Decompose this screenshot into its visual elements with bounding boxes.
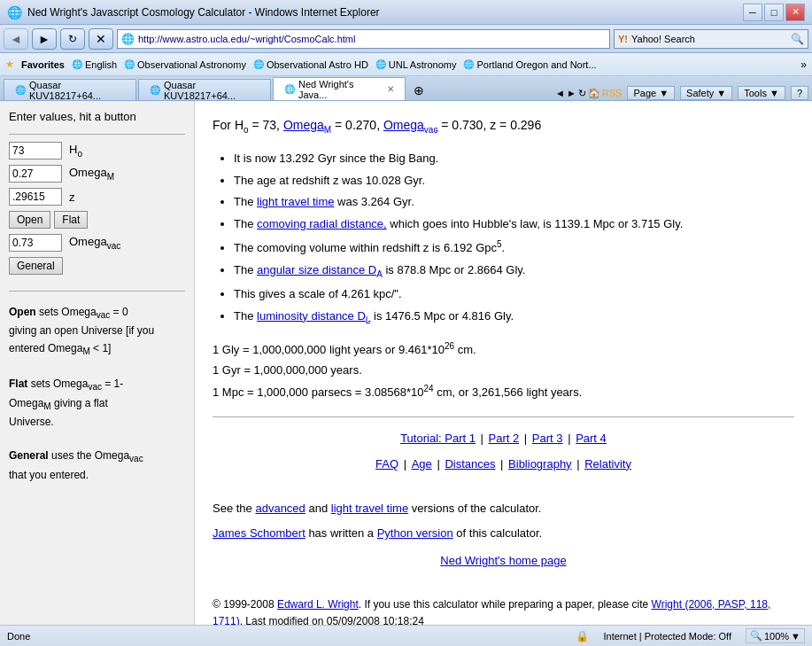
new-tab-button[interactable]: ⊕ [409, 81, 429, 100]
links-row-1: Tutorial: Part 1 | Part 2 | Part 3 | Par… [213, 430, 794, 448]
minimize-button[interactable]: ─ [743, 4, 762, 21]
tab-ned-icon: 🌐 [284, 84, 295, 94]
status-bar: Done 🔒 Internet | Protected Mode: Off 🔍 … [0, 625, 812, 646]
favorites-bar: ★ Favorites 🌐 English 🌐 Observational As… [0, 53, 812, 76]
refresh-button[interactable]: ↻ [60, 28, 85, 50]
omega-vac-link[interactable]: Omegavac [383, 118, 437, 132]
edward-link[interactable]: Edward L. Wright [277, 598, 359, 611]
result-7-post: is 1476.5 Mpc or 4.816 Gly. [370, 309, 514, 323]
zoom-level: 100% [764, 631, 789, 642]
page-button[interactable]: Page ▼ [627, 86, 675, 100]
omega-m-link[interactable]: OmegaM [283, 118, 331, 132]
sidebar-divider-top [9, 134, 185, 135]
omega-m-label: OmegaM [69, 166, 114, 182]
light-travel-time-link[interactable]: light travel time [257, 195, 334, 208]
tab-ned-close[interactable]: ✕ [387, 84, 394, 94]
close-button[interactable]: ✕ [785, 4, 805, 21]
search-logo: Y! [618, 34, 628, 44]
tab-quasar1[interactable]: 🌐 Quasar KUV18217+64... [4, 79, 136, 100]
sidebar-help: Open sets Omegavac = 0 giving an open Un… [9, 304, 185, 484]
tab-quasar2-label: Quasar KUV18217+64... [164, 80, 259, 101]
ned-home-link[interactable]: Ned Wright's home page [440, 554, 566, 567]
fav-obs-astro[interactable]: 🌐 Observational Astronomy [124, 59, 246, 70]
python-link[interactable]: Python version [377, 526, 453, 540]
general-button[interactable]: General [9, 257, 63, 275]
title-bar: 🌐 Ned Wright's Javascript Cosmology Calc… [0, 0, 812, 25]
flat-button[interactable]: Flat [54, 211, 88, 229]
bibliography-link[interactable]: Bibliography [508, 457, 572, 471]
fav-portland[interactable]: 🌐 Portland Oregon and Nort... [463, 59, 596, 70]
result-item-2: The light travel time was 3.264 Gyr. [234, 193, 794, 212]
tutorial-part1-link[interactable]: Tutorial: Part 1 [400, 432, 476, 445]
open-button[interactable]: Open [9, 211, 50, 229]
help-button[interactable]: ? [791, 86, 808, 100]
conv-3: 1 Mpc = 1,000,000 parsecs = 3.08568*1024… [213, 382, 794, 402]
omega-vac-input[interactable]: 0.73 [9, 234, 62, 252]
address-bar[interactable]: 🌐 http://www.astro.ucla.edu/~wright/Cosm… [117, 29, 610, 49]
tab-ned[interactable]: 🌐 Ned Wright's Java... ✕ [273, 77, 406, 100]
home-icon: 🏠 [588, 88, 600, 99]
luminosity-distance-link[interactable]: luminosity distance DL [257, 309, 370, 323]
stop-button[interactable]: ✕ [89, 28, 113, 50]
james-text: James Schombert has written a Python ver… [213, 525, 794, 543]
omega-m-input[interactable]: 0.27 [9, 165, 62, 183]
button-row: Open Flat [9, 211, 185, 229]
fav-obs-astro-hd[interactable]: 🌐 Observational Astro HD [253, 59, 368, 70]
help-label: ? [797, 88, 802, 98]
zoom-chevron-icon: ▼ [791, 631, 800, 642]
h0-label: Ho [69, 143, 82, 159]
tutorial-part3-link[interactable]: Part 3 [532, 432, 563, 445]
faq-link[interactable]: FAQ [375, 457, 398, 471]
more-favorites-icon[interactable]: » [800, 58, 807, 71]
fav-english[interactable]: 🌐 English [72, 59, 117, 70]
james-link[interactable]: James Schombert [213, 526, 305, 540]
fav-portland-icon: 🌐 [463, 59, 474, 69]
refresh-small-icon: ↻ [578, 88, 586, 99]
zoom-button[interactable]: 🔍 100% ▼ [746, 628, 805, 643]
tab-quasar2[interactable]: 🌐 Quasar KUV18217+64... [138, 79, 271, 100]
tools-label: Tools ▼ [744, 88, 779, 98]
tutorial-part2-link[interactable]: Part 2 [489, 432, 520, 445]
results-list: It is now 13.292 Gyr since the Big Bang.… [213, 150, 794, 327]
maximize-button[interactable]: □ [764, 4, 784, 21]
fav-unl-icon: 🌐 [375, 59, 386, 69]
rss-icon: RSS [602, 88, 623, 98]
page-label: Page ▼ [633, 88, 669, 98]
safety-button[interactable]: Safety ▼ [680, 86, 732, 100]
h0-input[interactable]: 73 [9, 142, 62, 160]
fav-unl[interactable]: 🌐 UNL Astronomy [375, 59, 457, 70]
content-area: For Ho = 73, OmegaM = 0.270, Omegavac = … [195, 101, 812, 625]
result-5-post: is 878.8 Mpc or 2.8664 Gly. [383, 263, 526, 276]
search-bar[interactable]: Y! Yahoo! Search 🔍 [614, 29, 808, 49]
sidebar-divider-mid [9, 291, 185, 292]
tabs-bar: 🌐 Quasar KUV18217+64... 🌐 Quasar KUV1821… [0, 76, 812, 101]
forward-button[interactable]: ► [32, 28, 57, 50]
omega-vac-label: Omegavac [69, 235, 120, 251]
safety-label: Safety ▼ [686, 88, 726, 98]
h0-row: 73 Ho [9, 142, 185, 160]
advanced-link[interactable]: advanced [255, 502, 305, 515]
result-7-pre: The [234, 309, 257, 323]
distances-link[interactable]: Distances [445, 457, 495, 471]
internet-status: Internet | Protected Mode: Off [603, 631, 731, 642]
z-input[interactable]: .29615 [9, 188, 62, 206]
tools-button[interactable]: Tools ▼ [738, 86, 785, 100]
back-history-icon: ◄ [555, 88, 565, 98]
tutorial-part4-link[interactable]: Part 4 [576, 432, 607, 445]
relativity-link[interactable]: Relativity [584, 457, 631, 471]
angular-size-link[interactable]: angular size distance DA [257, 263, 383, 276]
result-6-text: This gives a scale of 4.261 kpc/". [234, 287, 402, 300]
favorites-label: Favorites [21, 59, 65, 70]
ltt-link[interactable]: light travel time [331, 502, 408, 515]
fav-obs-astro-hd-icon: 🌐 [253, 59, 264, 69]
search-label: Yahoo! Search [631, 34, 695, 44]
shield-icon: 🔒 [576, 630, 589, 642]
age-link[interactable]: Age [412, 457, 432, 471]
tab-tools: ◄ ► ↻ 🏠 RSS Page ▼ Safety ▼ Tools ▼ ? [555, 86, 808, 100]
fav-english-label: English [85, 59, 117, 70]
fav-unl-label: UNL Astronomy [389, 59, 457, 70]
back-button[interactable]: ◄ [4, 28, 28, 50]
comoving-radial-link[interactable]: comoving radial distance, [257, 217, 387, 230]
result-3-pre: The [234, 217, 257, 230]
results-ul: It is now 13.292 Gyr since the Big Bang.… [213, 150, 794, 327]
